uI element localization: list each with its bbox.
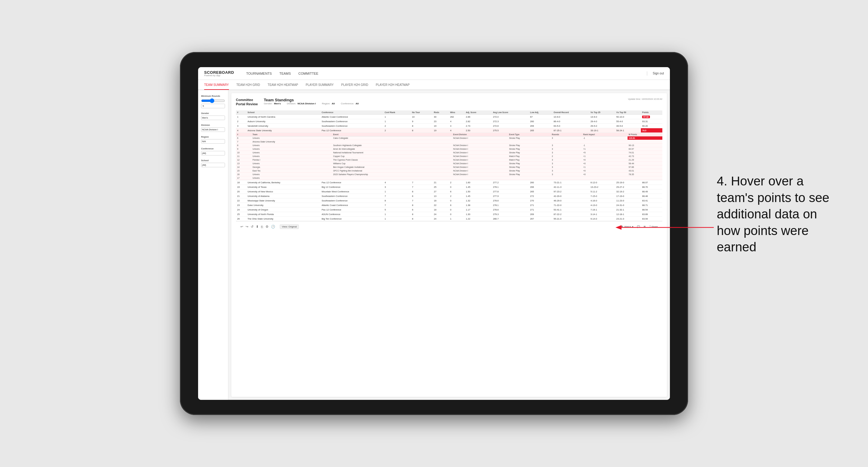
cell-points[interactable]: 93.31 [641,119,662,124]
refresh-icon[interactable]: ↺ [251,225,253,229]
tab-player-summary[interactable]: PLAYER SUMMARY [306,80,334,90]
th-conf-rank: Conf Rank [383,111,411,115]
sidebar-min-rounds: Minimum Rounds [201,95,225,108]
tab-team-summary[interactable]: TEAM SUMMARY [204,80,229,90]
cell-overall: 87-25-1 [553,128,589,133]
sidebar-region: Region N/A [201,135,225,144]
cell-vs25: 13-9-0 [589,115,615,119]
th-adj-score: Adj. Score [465,111,492,115]
cell-school: Arizona State University [246,128,320,133]
cell-adj-score: 2.86 [465,115,492,119]
conference-select[interactable]: (All) [201,151,225,155]
tab-player-h2h-heatmap[interactable]: PLAYER H2H HEATMAP [376,80,410,90]
sub-table-row: 15East TecOFCC Fighting Illini Invitatio… [236,169,662,173]
sub-table-row: 17Univers [236,176,662,180]
filter-region: Region: All [322,102,335,105]
school-select[interactable]: (All) [201,163,225,167]
region-select[interactable]: N/A [201,139,225,144]
report-header: Committee Portal Review Team Standings G… [236,98,662,107]
cell-rnds: 30 [433,115,449,119]
table-row[interactable]: 1 University of North Carolina Atlantic … [236,115,662,119]
table-row[interactable]: 18University of California, BerkeleyPac-… [236,180,662,185]
table-row-highlighted[interactable]: 4 Arizona State University Pac-12 Confer… [236,128,662,133]
cell-low-adj: 67 [529,115,553,119]
sidebar-conference: Conference (All) [201,147,225,155]
cell-points[interactable]: 97.02 [641,115,662,119]
nav-divider [647,71,647,75]
min-rounds-input[interactable] [201,104,225,108]
sign-out-link[interactable]: Sign out [653,72,664,75]
sub-th-w-points: W Points [627,133,662,136]
cell-wins: 262 [449,115,465,119]
th-no-tour: No Tour [411,111,433,115]
sub-table-row: 14GeorgiaBen Hogan Collegiate Invitation… [236,165,662,169]
copy-icon[interactable]: ⎘ [261,225,263,229]
sub-table-row: 7Arizona State University [236,140,662,144]
sub-header-row: # Team Event Event Division Event Type R… [236,133,662,136]
nav-committee[interactable]: COMMITTEE [299,70,318,76]
sidebar-gender: Gender Men's [201,112,225,120]
cell-wins: 4 [449,128,465,133]
settings-icon[interactable]: ⚙ [266,225,269,229]
table-row[interactable]: 21University of AlabamaSoutheastern Conf… [236,194,662,198]
sidebar-division-label: Division [201,124,225,126]
min-rounds-slider[interactable] [201,98,225,103]
nav-tournaments[interactable]: TOURNAMENTS [246,70,272,76]
tab-player-h2h-grid[interactable]: PLAYER H2H GRID [341,80,368,90]
sidebar-region-label: Region [201,135,225,138]
red-arrow [614,221,720,234]
tab-team-h2h-grid[interactable]: TEAM H2H GRID [237,80,260,90]
th-avg-low: Avg Low Score [492,111,529,115]
table-row[interactable]: 19University of TexasBig 12 Conference37… [236,185,662,189]
redo-icon[interactable]: ↪ [246,225,248,229]
cell-vs50: 50-10-0 [615,115,641,119]
filter-gender: Gender: Men's [264,102,281,105]
table-row[interactable]: 26The Ohio State UniversityBig Ten Confe… [236,217,662,221]
th-vs50: Vs Top 50 [615,111,641,115]
download-icon[interactable]: ⬇ [256,225,258,229]
points-badge: 97.02 [642,116,650,118]
cell-adj-score: 2.50 [465,128,492,133]
top-nav: SCOREBOARD Powered by clipp TOURNAMENTS … [198,67,670,80]
sidebar-conference-label: Conference [201,147,225,150]
cell-rank: 4 [236,128,246,133]
cell-no-tour: 10 [411,115,433,119]
table-row[interactable]: 23Duke UniversityAtlantic Coast Conferen… [236,203,662,208]
cell-avg-low: 275.5 [492,128,529,133]
cell-overall: 86-4-0 [553,119,589,124]
view-original-button[interactable]: View: Original [280,224,299,229]
filter-division: Division: NCAA Division I [287,102,316,105]
tab-team-h2h-heatmap[interactable]: TEAM H2H HEATMAP [268,80,298,90]
cell-no-tour: 8 [411,124,433,128]
cell-points[interactable]: 90.20 [641,124,662,128]
table-row[interactable]: 25University of North FloridaASUN Confer… [236,212,662,217]
clock-icon[interactable]: 🕐 [271,225,275,229]
table-header-row: # School Conference Conf Rank No Tour Rn… [236,111,662,115]
table-row[interactable]: 3 Vanderbilt University Southeastern Con… [236,124,662,128]
cell-points[interactable]: 78.5 [641,128,662,133]
annotation-text: 4. Hover over a team's points to see add… [717,173,832,256]
table-row[interactable]: 20University of New MexicoMountain West … [236,189,662,194]
undo-icon[interactable]: ↩ [241,225,243,229]
cell-vs25: 29-4-0 [589,119,615,124]
cell-wins: 4 [449,124,465,128]
table-row[interactable]: 2 Auburn University Southeastern Confere… [236,119,662,124]
tablet-screen: SCOREBOARD Powered by clipp TOURNAMENTS … [198,67,670,400]
cell-overall: 10-9-0 [553,115,589,119]
report-title-block: Committee Portal Review [236,98,258,106]
filter-conference: Conference: All [341,102,359,105]
nav-right: Sign out [645,71,664,75]
gender-select[interactable]: Men's [201,116,225,120]
cell-conf: Pac-12 Conference [320,128,383,133]
th-school: School [246,111,320,115]
table-row[interactable]: 22Mississippi State UniversitySoutheaste… [236,198,662,203]
cell-rank: 2 [236,119,246,124]
cell-rnds: 23 [433,119,449,124]
report-area: Committee Portal Review Team Standings G… [231,93,667,397]
nav-teams[interactable]: TEAMS [279,70,291,76]
expanded-sub-header-row: # Team Event Event Division Event Type R… [236,133,662,180]
division-select[interactable]: NCAA Division I [201,127,225,132]
sub-table-row: 16Univers2023 Sahalee Players Championsh… [236,173,662,176]
table-row[interactable]: 24University of OregonPac-12 Conference5… [236,208,662,212]
sub-th-rank-impact: Rank Impact [582,133,627,136]
